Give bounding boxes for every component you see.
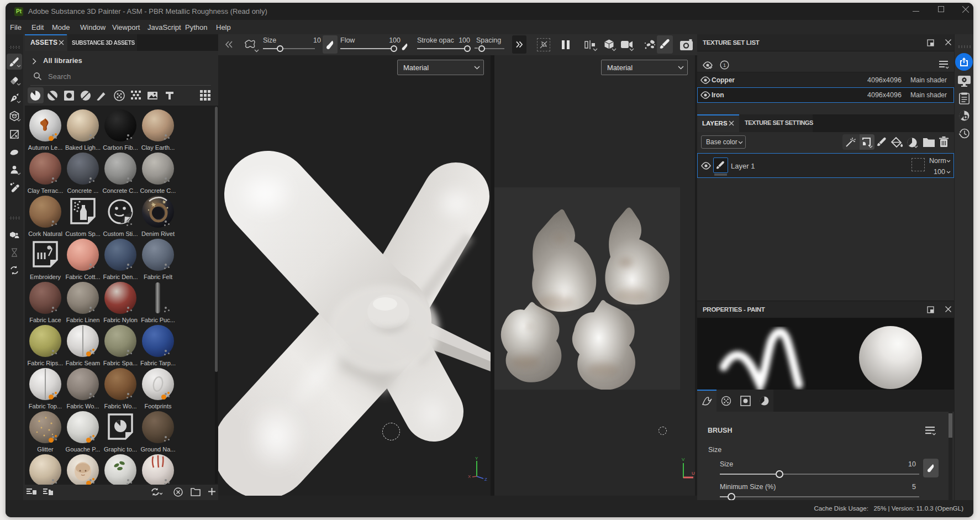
svg-text:1: 1 [723,62,726,68]
svg-text:Z: Z [484,477,487,482]
svg-text:V: V [682,457,685,462]
svg-text:U: U [692,471,695,476]
svg-text:X: X [468,474,471,479]
svg-text:Y: Y [475,456,478,461]
